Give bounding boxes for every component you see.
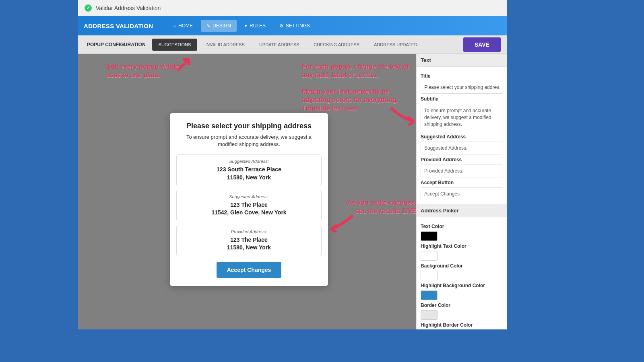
sub-nav: POPUP CONFIGURATION SUGGESTIONS INVALID … <box>78 35 507 54</box>
app-window: ✓ Validar Address Validation ADDRESS VAL… <box>78 0 507 329</box>
nav-label: HOME <box>178 23 193 29</box>
accept-input[interactable] <box>421 187 503 200</box>
filter-icon: ▾ <box>245 23 247 29</box>
main-nav: ADDRESS VALIDATION ⌂HOME ✎DESIGN ▾RULES … <box>78 16 507 35</box>
tab-update-address[interactable]: UPDATE ADDRESS <box>253 39 305 51</box>
card-line: 123 The Place <box>181 236 317 244</box>
card-line: 123 The Place <box>181 201 317 209</box>
nav-label: DESIGN <box>213 23 231 29</box>
sidebar[interactable]: Text Title Subtitle To ensure prompt and… <box>416 54 507 329</box>
callout-2: For each popup, change the text of any f… <box>302 63 415 80</box>
field-label: Accept Button <box>421 180 503 185</box>
nav-label: RULES <box>250 23 266 29</box>
arrow-icon <box>328 214 354 232</box>
popup-preview: Please select your shipping address To e… <box>170 113 328 286</box>
subtitle-input[interactable]: To ensure prompt and accurate delivery, … <box>421 104 503 130</box>
save-button[interactable]: SAVE <box>463 37 501 52</box>
field-label: Highlight Border Color <box>421 322 503 328</box>
color-swatch[interactable] <box>421 251 438 261</box>
card-line: 11580, New York <box>181 244 317 252</box>
field-label: Provided Address <box>421 157 503 162</box>
nav-design[interactable]: ✎DESIGN <box>201 20 237 32</box>
tab-checking-address[interactable]: CHECKING ADDRESS <box>307 39 366 51</box>
home-icon: ⌂ <box>173 23 176 28</box>
section-header-picker: Address Picker <box>417 204 507 217</box>
shield-icon: ✓ <box>85 4 92 12</box>
card-line: 11580, New York <box>181 174 317 182</box>
card-line: 123 South Terrace Place <box>181 166 317 174</box>
address-card[interactable]: Suggested Address: 123 South Terrace Pla… <box>176 154 322 186</box>
popup-subtitle: To ensure prompt and accurate delivery, … <box>176 134 322 148</box>
field-label: Background Color <box>421 263 503 269</box>
field-label: Highlight Background Color <box>421 283 503 288</box>
callout-3: Match your look perfectly by adjusting c… <box>302 88 411 113</box>
address-card[interactable]: Suggested Address: 123 The Place 11542, … <box>176 190 322 221</box>
color-swatch[interactable] <box>421 271 438 280</box>
titlebar: ✓ Validar Address Validation <box>78 0 507 16</box>
nav-brand: ADDRESS VALIDATION <box>84 23 153 29</box>
nav-settings[interactable]: ⚙SETTINGS <box>274 20 316 32</box>
field-label: Suggested Address <box>421 134 503 140</box>
nav-home[interactable]: ⌂HOME <box>167 20 198 32</box>
callout-4: As you make changes, see the results LIV… <box>340 199 417 216</box>
title-input[interactable] <box>421 81 503 94</box>
field-label: Text Color <box>421 224 503 229</box>
callout-1: Edit every popup Validar uses in one pla… <box>106 63 191 80</box>
subnav-label: POPUP CONFIGURATION <box>82 42 151 47</box>
section-text: Title Subtitle To ensure prompt and accu… <box>417 67 507 204</box>
card-line: 11542, Glen Cove, New York <box>181 209 317 217</box>
accept-button[interactable]: Accept Changes <box>217 262 282 278</box>
nav-label: SETTINGS <box>286 23 310 29</box>
preview-pane: Edit every popup Validar uses in one pla… <box>78 54 416 329</box>
app-title: Validar Address Validation <box>96 5 161 11</box>
tab-invalid-address[interactable]: INVALID ADDRESS <box>199 39 251 51</box>
color-swatch[interactable] <box>421 310 438 320</box>
card-label: Suggested Address: <box>181 194 317 199</box>
card-label: Provided Address: <box>181 229 317 234</box>
tab-suggestions[interactable]: SUGGESTIONS <box>152 39 198 51</box>
field-label: Highlight Text Color <box>421 243 503 249</box>
field-label: Border Color <box>421 302 503 308</box>
popup-title: Please select your shipping address <box>176 122 322 130</box>
color-swatch[interactable] <box>421 290 438 300</box>
gear-icon: ⚙ <box>279 23 283 29</box>
field-label: Title <box>421 73 503 79</box>
nav-rules[interactable]: ▾RULES <box>239 20 271 32</box>
address-card[interactable]: Provided Address: 123 The Place 11580, N… <box>176 225 322 256</box>
wrench-icon: ✎ <box>206 23 210 29</box>
card-label: Suggested Address: <box>181 159 317 164</box>
section-header-text: Text <box>417 54 507 67</box>
provided-input[interactable] <box>421 165 503 177</box>
suggested-input[interactable] <box>421 142 503 154</box>
tab-address-updated[interactable]: ADDRESS UPDATED <box>367 39 424 51</box>
color-swatch[interactable] <box>421 231 438 241</box>
section-picker: Text Color Highlight Text Color Backgrou… <box>417 217 507 329</box>
body: Edit every popup Validar uses in one pla… <box>78 54 507 329</box>
field-label: Subtitle <box>421 96 503 102</box>
